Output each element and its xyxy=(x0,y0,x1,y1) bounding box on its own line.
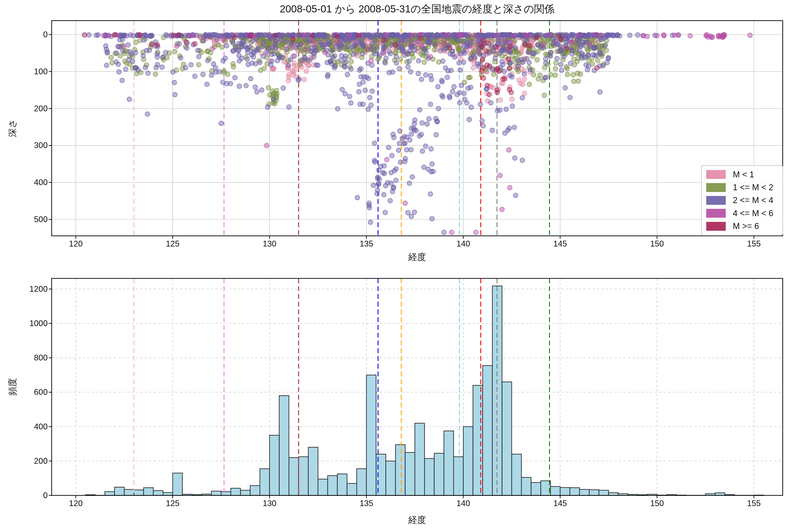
top-y-tick-label: 0 xyxy=(43,30,48,39)
legend-label: 1 <= M < 2 xyxy=(733,183,773,192)
bottom-y-tick-label: 1000 xyxy=(30,319,48,328)
top-x-axis-label: 経度 xyxy=(408,251,426,263)
top-x-tick-label: 135 xyxy=(360,239,373,249)
legend-label: 2 <= M < 4 xyxy=(733,195,773,205)
legend-swatch xyxy=(706,209,726,218)
bottom-x-tick-label: 140 xyxy=(456,498,470,508)
bottom-y-tick-label: 1200 xyxy=(30,284,48,294)
legend-entry: 4 <= M < 6 xyxy=(706,209,778,218)
legend-swatch xyxy=(706,196,726,205)
top-y-tick-label: 200 xyxy=(34,104,48,114)
bottom-x-tick-label: 135 xyxy=(360,498,373,508)
bottom-y-tick-label: 200 xyxy=(34,456,48,466)
top-x-tick-label: 150 xyxy=(650,239,664,249)
bottom-x-tick-label: 120 xyxy=(69,498,83,508)
legend-entry: 2 <= M < 4 xyxy=(706,195,778,205)
top-y-tick-label: 400 xyxy=(34,177,48,187)
top-x-tick-label: 140 xyxy=(456,239,470,249)
legend-entry: M >= 6 xyxy=(706,222,778,231)
top-x-tick-label: 155 xyxy=(747,239,761,249)
top-x-tick-label: 120 xyxy=(69,239,83,249)
legend-label: 4 <= M < 6 xyxy=(733,209,773,218)
top-y-tick-label: 500 xyxy=(34,214,48,224)
top-x-tick-label: 145 xyxy=(553,239,567,249)
legend-swatch xyxy=(706,170,726,179)
bottom-x-axis-label: 経度 xyxy=(408,514,426,526)
top-y-axis-label: 深さ xyxy=(6,119,19,137)
bottom-y-axis-label: 頻度 xyxy=(6,378,19,396)
plot-canvas xyxy=(0,0,798,532)
figure: 2008-05-01 から 2008-05-31の全国地震の経度と深さの関係 経… xyxy=(0,0,798,532)
legend-swatch xyxy=(706,222,726,231)
top-y-tick-label: 100 xyxy=(34,67,48,76)
bottom-y-tick-label: 400 xyxy=(34,422,48,432)
bottom-y-tick-label: 800 xyxy=(34,353,48,363)
top-x-tick-label: 130 xyxy=(263,239,277,249)
bottom-x-tick-label: 145 xyxy=(553,498,567,508)
legend: M < 11 <= M < 22 <= M < 44 <= M < 6M >= … xyxy=(701,165,783,235)
bottom-x-tick-label: 130 xyxy=(263,498,277,508)
bottom-x-tick-label: 125 xyxy=(166,498,179,508)
top-y-tick-label: 300 xyxy=(34,140,48,150)
bottom-y-tick-label: 0 xyxy=(43,491,48,500)
bottom-x-tick-label: 155 xyxy=(747,498,761,508)
chart-title: 2008-05-01 から 2008-05-31の全国地震の経度と深さの関係 xyxy=(280,2,555,16)
legend-label: M < 1 xyxy=(733,170,754,179)
bottom-x-tick-label: 150 xyxy=(650,498,664,508)
legend-label: M >= 6 xyxy=(733,222,759,231)
legend-entry: 1 <= M < 2 xyxy=(706,183,778,192)
legend-entry: M < 1 xyxy=(706,170,778,179)
top-x-tick-label: 125 xyxy=(166,239,179,249)
legend-swatch xyxy=(706,183,726,192)
bottom-y-tick-label: 600 xyxy=(34,387,48,397)
